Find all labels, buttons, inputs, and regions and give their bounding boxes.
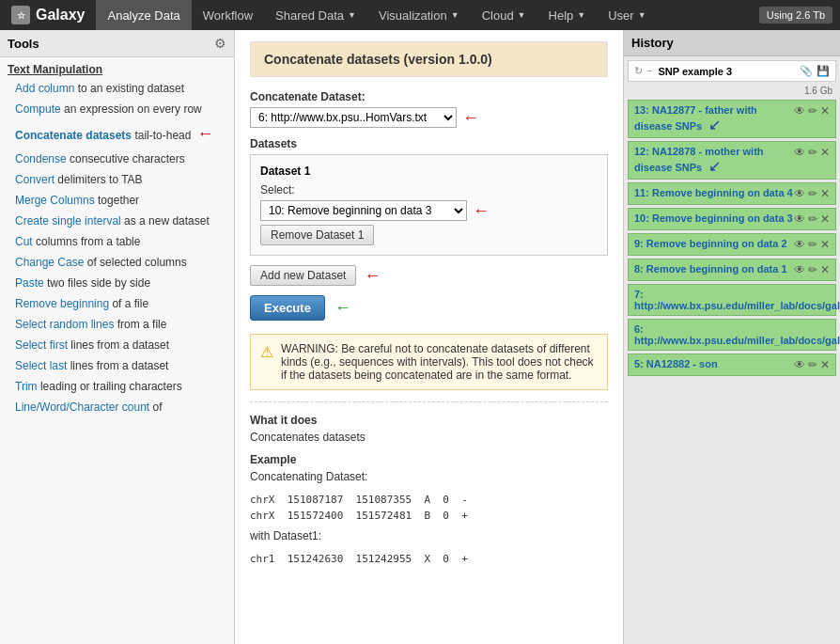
- nav-right: Using 2.6 Tb: [759, 7, 840, 24]
- eye-icon-10[interactable]: 👁: [794, 212, 805, 226]
- tool-link-3[interactable]: Condense: [15, 152, 67, 165]
- x-icon-12[interactable]: ✕: [820, 146, 830, 159]
- history-item-7: 7: http://www.bx.psu.edu/miller_lab/docs…: [628, 284, 836, 316]
- pencil-icon-5[interactable]: ✏: [808, 358, 817, 371]
- datasets-box: Dataset 1 Select: 10: Remove beginning o…: [250, 154, 608, 256]
- right-panel: History ↻ − SNP example 3 📎 💾 1.6 Gb: [624, 30, 840, 644]
- history-link-13[interactable]: 13: NA12877 - father with disease SNPs: [634, 104, 757, 132]
- center-inner: Concatenate datasets (version 1.0.0) Con…: [235, 30, 623, 585]
- paperclip-icon[interactable]: 📎: [800, 65, 813, 77]
- tool-link-0[interactable]: Add column: [15, 82, 74, 95]
- text-manipulation-header[interactable]: Text Manipulation: [0, 57, 234, 78]
- history-top-icons-left: ↻ −: [634, 65, 652, 77]
- history-link-8[interactable]: 8: Remove beginning on data 1: [634, 263, 787, 275]
- eye-icon-9[interactable]: 👁: [794, 238, 805, 251]
- nav-help[interactable]: Help ▼: [537, 0, 598, 30]
- tool-link-15[interactable]: Line/Word/Character count: [15, 401, 149, 414]
- left-scroll: Text Manipulation Add column to an exist…: [0, 57, 234, 644]
- tool-link-13[interactable]: Select last: [15, 359, 67, 372]
- x-icon-11[interactable]: ✕: [820, 187, 830, 200]
- tool-title: Concatenate datasets (version 1.0.0): [250, 41, 608, 77]
- brand-logo[interactable]: ☆ Galaxy: [0, 0, 96, 30]
- pencil-icon-11[interactable]: ✏: [808, 187, 817, 200]
- eye-icon-5[interactable]: 👁: [794, 358, 805, 371]
- example-title: Example: [250, 453, 608, 466]
- history-item-13: 13: NA12877 - father with disease SNPs ↙…: [628, 100, 836, 138]
- x-icon-13[interactable]: ✕: [820, 104, 830, 118]
- tool-link-1[interactable]: Compute: [15, 102, 61, 116]
- floppy-icon[interactable]: 💾: [817, 65, 830, 77]
- tool-link-12[interactable]: Select first: [15, 338, 68, 352]
- top-nav: ☆ Galaxy Analyze Data Workflow Shared Da…: [0, 0, 840, 30]
- nav-workflow[interactable]: Workflow: [192, 0, 264, 30]
- what-it-does: What it does Concatenates datasets Examp…: [250, 414, 608, 568]
- eye-icon-8[interactable]: 👁: [794, 263, 805, 276]
- history-link-9[interactable]: 9: Remove beginning on data 2: [634, 238, 787, 249]
- blue-arrow-13: ↙: [708, 117, 721, 133]
- remove-dataset-btn[interactable]: Remove Dataset 1: [260, 225, 374, 245]
- tool-link-11[interactable]: Select random lines: [15, 318, 114, 331]
- divider-1: [250, 401, 608, 402]
- nav-visualization[interactable]: Visualization ▼: [367, 0, 471, 30]
- pencil-icon-9[interactable]: ✏: [808, 238, 817, 251]
- tool-item-7: Cut columns from a table: [0, 231, 234, 252]
- tool-link-7[interactable]: Cut: [15, 235, 33, 248]
- history-item-10: 10: Remove beginning on data 3 👁 ✏ ✕: [628, 208, 836, 230]
- history-item-9: 9: Remove beginning on data 2 👁 ✏ ✕: [628, 233, 836, 256]
- x-icon-5[interactable]: ✕: [820, 358, 830, 371]
- dataset1-label: Dataset 1: [260, 165, 598, 178]
- nav-user[interactable]: User ▼: [597, 0, 657, 30]
- tool-link-8[interactable]: Change Case: [15, 256, 84, 269]
- x-icon-8[interactable]: ✕: [820, 263, 830, 276]
- dataset1-select[interactable]: 10: Remove beginning on data 3: [260, 200, 467, 221]
- eye-icon-12[interactable]: 👁: [794, 146, 805, 159]
- pencil-icon-12[interactable]: ✏: [808, 146, 817, 159]
- tool-link-6[interactable]: Create single interval: [15, 214, 121, 228]
- history-link-5[interactable]: 5: NA12882 - son: [634, 358, 718, 369]
- tool-item-3: Condense consecutive characters: [0, 149, 234, 169]
- tool-link-2[interactable]: Concatenate datasets: [15, 129, 132, 142]
- history-link-11[interactable]: 11: Remove beginning on data 4: [634, 187, 793, 198]
- tool-link-14[interactable]: Trim: [15, 380, 38, 393]
- tool-link-4[interactable]: Convert: [15, 173, 54, 186]
- main-layout: Tools ⚙ Text Manipulation Add column to …: [0, 30, 840, 644]
- tool-item-5: Merge Columns together: [0, 190, 234, 211]
- gear-icon[interactable]: ⚙: [214, 36, 226, 51]
- x-icon-9[interactable]: ✕: [820, 238, 830, 251]
- tool-link-9[interactable]: Paste: [15, 276, 44, 290]
- concatenate-dataset-select[interactable]: 6: http://www.bx.psu..HomVars.txt: [250, 107, 457, 128]
- history-item-8: 8: Remove beginning on data 1 👁 ✏ ✕: [628, 259, 836, 281]
- nav-shared-data[interactable]: Shared Data ▼: [264, 0, 367, 30]
- execute-btn[interactable]: Execute: [250, 295, 325, 321]
- x-icon-10[interactable]: ✕: [820, 212, 830, 226]
- green-arrow: ←: [334, 298, 351, 318]
- tool-item-1: Compute an expression on every row: [0, 99, 234, 119]
- tool-link-5[interactable]: Merge Columns: [15, 194, 95, 207]
- add-dataset-btn[interactable]: Add new Dataset: [250, 265, 356, 286]
- code-block-1: chrX 151087187 151087355 A 0 - chrX 1515…: [250, 493, 608, 524]
- history-link-10[interactable]: 10: Remove beginning on data 3: [634, 212, 793, 224]
- tool-link-10[interactable]: Remove beginning: [15, 297, 109, 310]
- history-item-list: 13: NA12877 - father with disease SNPs ↙…: [628, 100, 836, 376]
- history-title: History: [631, 36, 674, 50]
- concatenate-dataset-row: 6: http://www.bx.psu..HomVars.txt ←: [250, 107, 608, 128]
- pencil-icon-10[interactable]: ✏: [808, 212, 817, 226]
- tool-list: Add column to an existing datasetCompute…: [0, 78, 234, 417]
- pencil-icon-13[interactable]: ✏: [808, 104, 817, 118]
- left-panel: Tools ⚙ Text Manipulation Add column to …: [0, 30, 235, 644]
- tool-item-15: Line/Word/Character count of: [0, 397, 234, 417]
- pencil-icon-8[interactable]: ✏: [808, 263, 817, 276]
- what-it-does-body: Concatenates datasets: [250, 431, 608, 444]
- history-link-7[interactable]: 7: http://www.bx.psu.edu/miller_lab/docs…: [634, 289, 840, 311]
- history-link-12[interactable]: 12: NA12878 - mother with disease SNPs: [634, 146, 764, 173]
- nav-analyze-data[interactable]: Analyze Data: [96, 0, 191, 30]
- history-item-11: 11: Remove beginning on data 4 👁 ✏ ✕: [628, 182, 836, 205]
- tools-title: Tools: [8, 37, 39, 51]
- datasets-label: Datasets: [250, 137, 608, 150]
- eye-icon-13[interactable]: 👁: [794, 104, 805, 118]
- what-it-does-title: What it does: [250, 414, 608, 427]
- history-link-6[interactable]: 6: http://www.bx.psu.edu/miller_lab/docs…: [634, 323, 840, 346]
- nav-cloud[interactable]: Cloud ▼: [471, 0, 537, 30]
- refresh-icon[interactable]: ↻: [634, 65, 643, 77]
- eye-icon-11[interactable]: 👁: [794, 187, 805, 200]
